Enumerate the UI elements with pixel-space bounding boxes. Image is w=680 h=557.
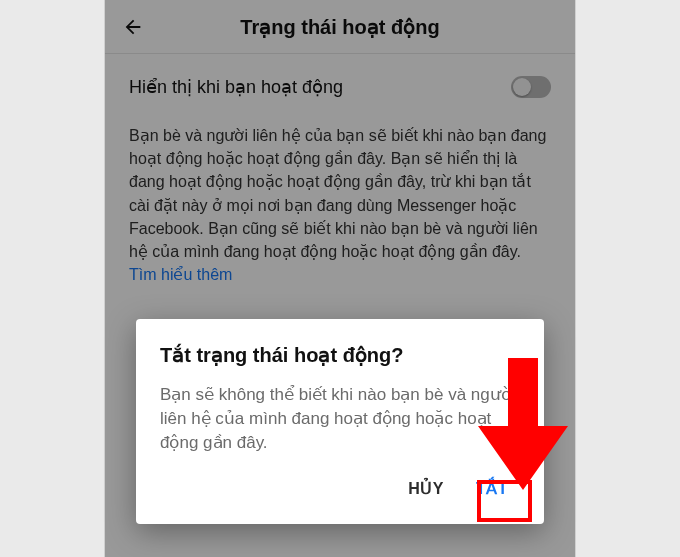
active-status-row: Hiển thị khi bạn hoạt động bbox=[129, 76, 551, 98]
arrow-left-icon bbox=[122, 16, 144, 38]
active-status-toggle[interactable] bbox=[511, 76, 551, 98]
back-button[interactable] bbox=[119, 13, 147, 41]
stage: Trạng thái hoạt động Hiển thị khi bạn ho… bbox=[0, 0, 680, 557]
content-area: Hiển thị khi bạn hoạt động Bạn bè và ngư… bbox=[105, 54, 575, 286]
confirm-button[interactable]: TẮT bbox=[464, 469, 520, 508]
active-status-description: Bạn bè và người liên hệ của bạn sẽ biết … bbox=[129, 124, 551, 286]
confirm-dialog: Tắt trạng thái hoạt động? Bạn sẽ không t… bbox=[136, 319, 544, 524]
active-status-label: Hiển thị khi bạn hoạt động bbox=[129, 76, 343, 98]
page-title: Trạng thái hoạt động bbox=[105, 15, 575, 39]
learn-more-link[interactable]: Tìm hiểu thêm bbox=[129, 266, 232, 283]
cancel-button[interactable]: HỦY bbox=[396, 469, 456, 508]
dialog-title: Tắt trạng thái hoạt động? bbox=[160, 343, 520, 367]
description-text: Bạn bè và người liên hệ của bạn sẽ biết … bbox=[129, 127, 546, 260]
dialog-actions: HỦY TẮT bbox=[160, 469, 520, 514]
dialog-body: Bạn sẽ không thể biết khi nào bạn bè và … bbox=[160, 383, 520, 455]
toggle-knob bbox=[513, 78, 531, 96]
header-bar: Trạng thái hoạt động bbox=[105, 0, 575, 54]
